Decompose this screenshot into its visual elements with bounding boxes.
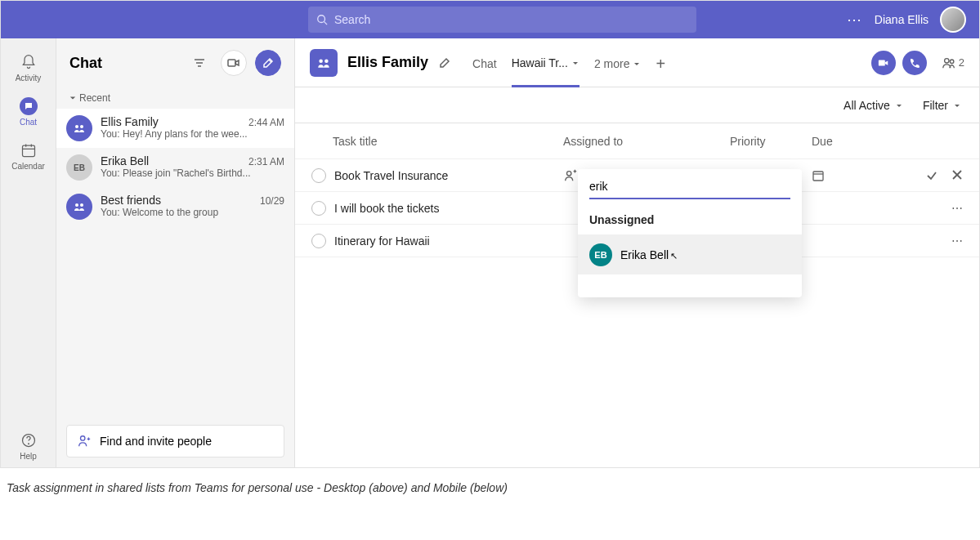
calendar-icon [812, 169, 825, 182]
tab-chat[interactable]: Chat [472, 38, 497, 87]
main-header: Ellis Family Chat Hawaii Tr... 2 more + [295, 38, 979, 87]
check-icon [925, 169, 938, 182]
task-more-button[interactable]: ⋯ [951, 234, 963, 248]
tab-hawaii[interactable]: Hawaii Tr... [512, 38, 579, 87]
bell-icon [19, 52, 38, 72]
app-body: Activity Chat Calendar [1, 38, 979, 467]
chat-list-item[interactable]: Best friends10/29 You: Welcome to the gr… [56, 187, 294, 226]
task-complete-toggle[interactable] [311, 168, 326, 183]
tabs: Chat Hawaii Tr... 2 more + [472, 38, 665, 87]
chat-name: Best friends [101, 194, 161, 207]
filter-dropdown[interactable]: Filter [923, 99, 961, 112]
chevron-down-icon [895, 101, 903, 109]
svg-point-12 [75, 125, 78, 128]
pencil-icon [438, 56, 451, 69]
header-right: ⋯ Diana Ellis [847, 7, 966, 33]
invite-people-icon [77, 434, 92, 449]
app-rail: Activity Chat Calendar [1, 38, 56, 467]
compose-icon [262, 56, 275, 69]
rail-calendar-label: Calendar [11, 162, 45, 171]
task-complete-toggle[interactable] [311, 234, 326, 248]
col-priority: Priority [730, 135, 812, 148]
video-icon [878, 57, 889, 69]
assignee-avatar: EB [589, 243, 612, 266]
assignee-dropdown: Unassigned EB Erika Bell↖ [578, 169, 802, 297]
task-more-button[interactable]: ⋯ [951, 202, 963, 215]
assignee-search-input[interactable] [589, 175, 790, 199]
svg-rect-11 [228, 60, 235, 66]
svg-point-13 [80, 125, 83, 128]
svg-point-21 [950, 59, 954, 63]
search-icon [316, 14, 328, 25]
find-invite-label: Find and invite people [100, 435, 212, 448]
rail-calendar[interactable]: Calendar [1, 133, 56, 177]
task-title[interactable]: Book Travel Insurance [334, 169, 563, 182]
svg-point-15 [80, 203, 83, 207]
chat-name: Ellis Family [101, 115, 159, 128]
rail-help-label: Help [20, 452, 37, 461]
rail-activity-label: Activity [16, 74, 42, 83]
group-avatar-icon [66, 194, 92, 220]
audio-call-button[interactable] [902, 51, 927, 75]
task-title[interactable]: Itinerary for Hawaii [334, 234, 563, 248]
unassigned-option[interactable]: Unassigned [578, 205, 802, 235]
rail-activity[interactable]: Activity [1, 45, 56, 89]
filter-button[interactable] [186, 50, 213, 76]
chevron-down-icon [633, 60, 641, 68]
cancel-button[interactable] [951, 169, 963, 182]
phone-icon [909, 57, 920, 69]
find-invite-button[interactable]: Find and invite people [66, 425, 284, 457]
group-avatar-icon [66, 115, 92, 141]
chat-list-item[interactable]: EB Erika Bell2:31 AM You: Please join "R… [56, 148, 294, 187]
all-active-dropdown[interactable]: All Active [844, 99, 903, 112]
tab-more[interactable]: 2 more [594, 38, 642, 87]
chat-list-item[interactable]: Ellis Family2:44 AM You: Hey! Any plans … [56, 109, 294, 148]
confirm-button[interactable] [925, 169, 938, 182]
more-options-icon[interactable]: ⋯ [847, 11, 863, 29]
chat-icon [19, 96, 38, 116]
user-avatar[interactable] [940, 7, 966, 33]
chevron-down-icon [953, 101, 961, 109]
new-chat-button[interactable] [255, 50, 281, 76]
caption: Task assignment in shared lists from Tea… [0, 468, 980, 507]
rail-chat-label: Chat [20, 118, 37, 127]
main-header-actions: 2 [871, 51, 964, 75]
video-call-button[interactable] [221, 50, 247, 76]
cursor-icon: ↖ [670, 251, 678, 261]
rail-chat[interactable]: Chat [1, 89, 56, 133]
help-icon [19, 431, 38, 450]
chat-timestamp: 2:31 AM [248, 156, 284, 167]
search-placeholder: Search [334, 13, 370, 26]
recent-section-header[interactable]: Recent [56, 87, 294, 109]
add-tab-button[interactable]: + [656, 38, 665, 87]
task-complete-toggle[interactable] [311, 201, 326, 216]
video-call-button[interactable] [871, 51, 896, 75]
svg-rect-23 [813, 172, 823, 181]
edit-group-button[interactable] [438, 56, 451, 69]
person-avatar: EB [66, 154, 92, 181]
chat-timestamp: 10/29 [260, 195, 284, 207]
col-assigned-to: Assigned to [563, 135, 730, 148]
svg-rect-19 [879, 60, 885, 65]
filter-bar: All Active Filter [295, 87, 979, 123]
title-bar: Search ⋯ Diana Ellis [1, 1, 979, 38]
task-column-headers: Task title Assigned to Priority Due [295, 123, 979, 159]
task-due-button[interactable] [812, 169, 885, 182]
app-window: Search ⋯ Diana Ellis Activity Chat [0, 0, 980, 468]
chat-preview: You: Please join "Rachel's Birthd... [101, 167, 284, 179]
svg-point-16 [81, 436, 85, 440]
chat-list: Ellis Family2:44 AM You: Hey! Any plans … [56, 109, 294, 418]
svg-point-7 [28, 443, 29, 444]
close-icon [951, 169, 963, 181]
svg-point-17 [319, 59, 323, 63]
assignee-name: Erika Bell↖ [620, 248, 678, 261]
assignee-option[interactable]: EB Erika Bell↖ [578, 235, 802, 274]
rail-help[interactable]: Help [1, 423, 56, 467]
task-title[interactable]: I will book the tickets [334, 202, 563, 215]
task-list: Book Travel Insurance I will boo [295, 159, 979, 257]
main-pane: Ellis Family Chat Hawaii Tr... 2 more + [295, 38, 979, 467]
participants-button[interactable]: 2 [942, 56, 964, 70]
group-name: Ellis Family [347, 54, 428, 71]
search-input[interactable]: Search [308, 7, 696, 33]
svg-point-22 [567, 171, 571, 175]
